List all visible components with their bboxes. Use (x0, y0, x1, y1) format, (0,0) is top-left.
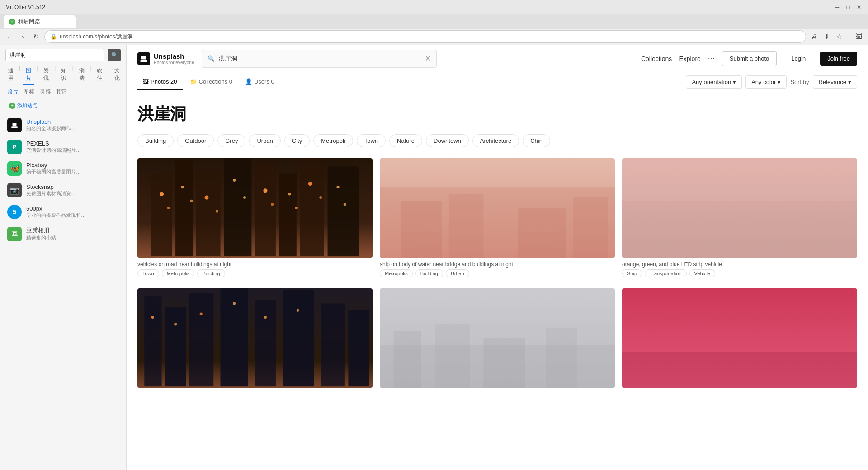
svg-rect-57 (546, 328, 577, 388)
svg-rect-59 (622, 352, 857, 388)
photo-tag-ship[interactable]: Ship (622, 269, 642, 277)
photo-tag-town[interactable]: Town (137, 269, 159, 277)
print-button[interactable]: 🖨 (809, 31, 820, 42)
sidebar-tab-culture[interactable]: 文化 (112, 65, 123, 85)
result-tab-users[interactable]: 👤 Users 0 (240, 74, 280, 90)
photo-card-1[interactable]: vehicles on road near buildings at night… (137, 158, 373, 281)
tag-nature[interactable]: Nature (389, 134, 422, 147)
tag-outdoor[interactable]: Outdoor (177, 134, 214, 147)
site-item-unsplash[interactable]: Unsplash 知名的全球摄影师作… (0, 114, 126, 136)
photo-image-2 (380, 158, 615, 258)
title-bar-controls: ─ □ ✕ (834, 4, 863, 11)
photo-tag-urban2[interactable]: Urban (446, 269, 469, 277)
result-tab-photos[interactable]: 🖼 Photos 20 (137, 74, 183, 90)
site-item-500px[interactable]: 5 500px 专业的的摄影作品发现和… (0, 201, 126, 223)
unsplash-logo: Unsplash Photos for everyone (137, 52, 194, 65)
maximize-button[interactable]: □ (844, 4, 852, 11)
sidebar-subtab-inspiration[interactable]: 灵感 (38, 87, 52, 97)
add-site-button[interactable]: + 添加站点 (5, 100, 121, 111)
sidebar-subtab-icons[interactable]: 图标 (22, 87, 36, 97)
site-item-pexels[interactable]: P PEXELS 充满设计感的高清照片… (0, 136, 126, 158)
tag-chin[interactable]: Chin (523, 134, 550, 147)
svg-rect-12 (328, 166, 359, 256)
photo-tag-building[interactable]: Building (197, 269, 225, 277)
photo-tag-metropolis2[interactable]: Metropolis (380, 269, 413, 277)
site-item-douban[interactable]: 豆 豆瓣相册 精选集的小站 (0, 223, 126, 245)
sidebar-search-button[interactable]: 🔍 (108, 49, 121, 61)
photo-card-4[interactable] (137, 288, 373, 397)
sidebar-tab-consume[interactable]: 消费 (76, 65, 87, 85)
result-tab-collections[interactable]: 📁 Collections 0 (184, 74, 238, 90)
unsplash-search-clear[interactable]: ✕ (425, 54, 431, 63)
photo-image-1 (137, 158, 373, 258)
svg-rect-9 (255, 163, 276, 256)
photo-tag-building2[interactable]: Building (415, 269, 443, 277)
sidebar-tab-knowledge[interactable]: 知识 (58, 65, 69, 85)
sidebar-tab-news[interactable]: 资讯 (41, 65, 52, 85)
tag-downtown[interactable]: Downtown (426, 134, 469, 147)
reload-button[interactable]: ↻ (31, 31, 42, 42)
tab-label: 稍后阅览 (18, 18, 40, 25)
collections-link[interactable]: Collections (641, 55, 672, 62)
unsplash-search-bar[interactable]: 🔍 ✕ (202, 50, 437, 68)
sidebar-tab-general[interactable]: 通用 (5, 65, 16, 85)
login-button[interactable]: Login (784, 52, 813, 66)
svg-point-20 (336, 186, 339, 188)
tag-town[interactable]: Town (357, 134, 386, 147)
bookmark-button[interactable]: ☆ (834, 31, 845, 42)
minimize-button[interactable]: ─ (834, 4, 841, 11)
photo-caption-5 (380, 388, 615, 393)
photo-tags-2: Metropolis Building Urban (380, 269, 615, 281)
sidebar-tab-photos[interactable]: 图片 (23, 65, 34, 85)
tag-city[interactable]: City (284, 134, 310, 147)
photo-tags-4 (137, 393, 373, 397)
tag-architecture[interactable]: Architecture (472, 134, 519, 147)
photo-card-5[interactable] (380, 288, 615, 397)
photo-card-3[interactable]: orange, green, and blue LED strip vehicl… (622, 158, 857, 281)
sort-filter[interactable]: Relevance ▾ (813, 75, 857, 89)
sort-value: Relevance (819, 79, 846, 85)
photo-tags-5 (380, 393, 615, 397)
sidebar-subtab-photos[interactable]: 照片 (5, 87, 20, 97)
photo-caption-2: ship on body of water near bridge and bu… (380, 258, 615, 269)
unsplash-nav: Collections Explore ··· Submit a photo L… (641, 51, 857, 66)
explore-link[interactable]: Explore (679, 55, 700, 62)
tag-metropoli[interactable]: Metropoli (313, 134, 353, 147)
browser-tab[interactable]: ✓ 稍后阅览 (4, 15, 76, 28)
submit-photo-button[interactable]: Submit a photo (722, 51, 777, 66)
more-options-button[interactable]: ··· (708, 54, 715, 63)
download-button[interactable]: ⬇ (821, 31, 832, 42)
photo-caption-4 (137, 388, 373, 393)
close-button[interactable]: ✕ (855, 4, 863, 11)
tag-grey[interactable]: Grey (217, 134, 245, 147)
sidebar-search-input[interactable] (5, 49, 104, 61)
unsplash-search-input[interactable] (218, 55, 421, 62)
unsplash-logo-icon (137, 52, 150, 65)
stocksnap-site-info: Stocksnap 免费图片素材高清资… (26, 183, 119, 197)
site-item-stocksnap[interactable]: 📷 Stocksnap 免费图片素材高清资… (0, 179, 126, 201)
photo-grid: vehicles on road near buildings at night… (137, 158, 857, 397)
color-filter[interactable]: Any color ▾ (745, 75, 787, 89)
svg-point-18 (288, 193, 291, 195)
svg-rect-1 (11, 126, 18, 128)
tag-urban[interactable]: Urban (249, 134, 280, 147)
photo-image-5 (380, 288, 615, 388)
orientation-filter[interactable]: Any orientation ▾ (686, 75, 742, 89)
sidebar-tab-software[interactable]: 软件 (94, 65, 105, 85)
extensions-button[interactable]: 🖼 (854, 31, 864, 42)
forward-button[interactable]: › (17, 31, 28, 42)
svg-rect-42 (255, 300, 276, 386)
photo-card-2[interactable]: ship on body of water near bridge and bu… (380, 158, 615, 281)
svg-point-22 (190, 200, 193, 202)
back-button[interactable]: ‹ (4, 31, 14, 42)
photo-card-6[interactable] (622, 288, 857, 397)
pexels-site-info: PEXELS 充满设计感的高清照片… (26, 140, 119, 154)
join-free-button[interactable]: Join free (820, 52, 857, 66)
tag-building[interactable]: Building (137, 134, 174, 147)
sidebar-subtab-other[interactable]: 其它 (54, 87, 69, 97)
photo-tag-metropolis[interactable]: Metropolis (162, 269, 195, 277)
tab-icon: ✓ (9, 19, 15, 25)
site-item-pixabay[interactable]: 🦋 Pixabay 始于德国的高质量图片… (0, 158, 126, 179)
photo-tag-vehicle[interactable]: Vehicle (689, 269, 715, 277)
photo-tag-transportation[interactable]: Transportation (645, 269, 687, 277)
